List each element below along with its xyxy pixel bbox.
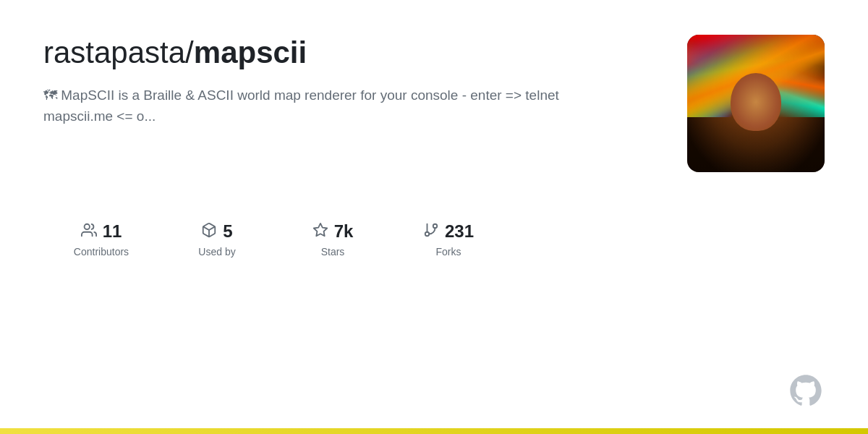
stat-contributors[interactable]: 11 Contributors xyxy=(43,216,159,263)
svg-marker-2 xyxy=(313,224,326,236)
stat-forks-top: 231 xyxy=(423,221,474,242)
forks-label: Forks xyxy=(436,246,461,258)
stars-label: Stars xyxy=(321,246,345,258)
forks-icon xyxy=(423,222,439,241)
face-decoration xyxy=(731,73,781,131)
stat-forks[interactable]: 231 Forks xyxy=(391,216,506,263)
github-icon xyxy=(787,372,825,409)
bottom-bar xyxy=(0,428,868,434)
contributors-icon xyxy=(81,222,97,241)
used-by-number: 5 xyxy=(223,221,232,242)
contributors-label: Contributors xyxy=(74,246,129,258)
stats-container: 11 Contributors 5 Used by 7k xyxy=(0,172,868,263)
stat-used-by[interactable]: 5 Used by xyxy=(159,216,275,263)
main-container: rastapasta/mapscii 🗺 MapSCII is a Braill… xyxy=(0,0,868,172)
svg-point-0 xyxy=(84,224,89,229)
contributors-number: 11 xyxy=(103,221,122,242)
stat-stars-top: 7k xyxy=(312,221,354,242)
used-by-icon xyxy=(201,222,217,241)
repo-description: 🗺 MapSCII is a Braille & ASCII world map… xyxy=(43,85,564,127)
stat-used-by-top: 5 xyxy=(201,221,232,242)
repo-owner[interactable]: rastapasta/ xyxy=(43,35,194,69)
stars-icon xyxy=(312,222,328,241)
stars-number: 7k xyxy=(334,221,354,242)
stat-stars[interactable]: 7k Stars xyxy=(275,216,391,263)
repo-image xyxy=(687,35,825,172)
forks-number: 231 xyxy=(445,221,474,242)
left-content: rastapasta/mapscii 🗺 MapSCII is a Braill… xyxy=(43,35,687,127)
github-icon-container[interactable] xyxy=(787,372,825,412)
stat-contributors-top: 11 xyxy=(81,221,122,242)
repo-title: rastapasta/mapscii xyxy=(43,35,658,71)
repo-portrait xyxy=(687,35,825,172)
repo-name[interactable]: mapscii xyxy=(194,35,307,69)
used-by-label: Used by xyxy=(198,246,235,258)
